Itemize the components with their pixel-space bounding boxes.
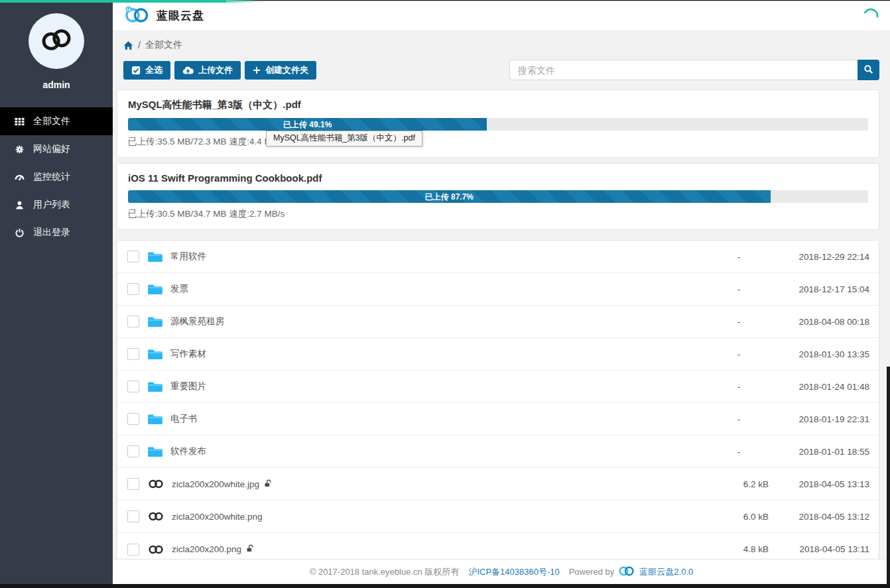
file-name[interactable]: zicla200x200white.jpg bbox=[172, 479, 273, 489]
copyright-text: © 2017-2018 tank.eyeblue.cn 版权所有 bbox=[310, 566, 460, 578]
select-all-button[interactable]: 全选 bbox=[123, 61, 170, 80]
home-icon[interactable] bbox=[123, 40, 133, 50]
row-checkbox[interactable] bbox=[127, 544, 139, 556]
upload-card: iOS 11 Swift Programming Cookbook.pdf 已上… bbox=[117, 163, 879, 230]
sidebar-item-label: 网站偏好 bbox=[33, 143, 70, 155]
folder-icon bbox=[147, 381, 163, 393]
cloud-upload-icon bbox=[182, 66, 194, 74]
plus-icon bbox=[253, 66, 261, 74]
search-input[interactable] bbox=[509, 60, 858, 80]
footer: © 2017-2018 tank.eyeblue.cn 版权所有 沪ICP备14… bbox=[113, 559, 890, 584]
gear-icon bbox=[14, 144, 25, 154]
file-name[interactable]: 重要图片 bbox=[170, 381, 206, 392]
breadcrumb-current: 全部文件 bbox=[145, 39, 182, 51]
file-row[interactable]: 写作素材 - 2018-01-30 13:35 bbox=[117, 338, 879, 371]
search-button[interactable] bbox=[858, 60, 879, 80]
file-date: 2018-01-19 22:31 bbox=[769, 414, 869, 424]
file-date: 2018-04-05 13:12 bbox=[769, 512, 869, 522]
file-row[interactable]: zicla200x200white.jpg 6.2 kB 2018-04-05 … bbox=[117, 468, 879, 500]
search-group bbox=[509, 60, 879, 80]
sidebar-item-全部文件[interactable]: 全部文件 bbox=[0, 107, 113, 135]
file-thumbnail-icon bbox=[147, 511, 164, 522]
progress-label: 已上传 49.1% bbox=[283, 119, 332, 131]
folder-icon bbox=[147, 413, 163, 426]
progress-fill: 已上传 49.1% bbox=[128, 118, 487, 131]
infinity-logo-icon bbox=[37, 27, 76, 56]
file-name[interactable]: 写作素材 bbox=[170, 348, 206, 360]
brand[interactable]: 蓝眼云盘 bbox=[123, 6, 204, 26]
file-size: - bbox=[709, 382, 769, 392]
create-folder-button[interactable]: 创建文件夹 bbox=[245, 61, 316, 80]
folder-icon bbox=[147, 445, 163, 458]
row-checkbox[interactable] bbox=[127, 510, 139, 522]
sidebar-item-退出登录[interactable]: 退出登录 bbox=[0, 219, 113, 247]
upload-filename: MySQL高性能书籍_第3版（中文）.pdf bbox=[128, 99, 868, 111]
user-icon bbox=[14, 200, 25, 210]
unlock-icon bbox=[264, 479, 273, 489]
breadcrumb: / 全部文件 bbox=[123, 39, 879, 51]
file-name[interactable]: 源枫景苑租房 bbox=[170, 316, 224, 327]
row-checkbox[interactable] bbox=[127, 316, 139, 327]
upload-detail: 已上传:30.5 MB/34.7 MB 速度:2.7 MB/s bbox=[128, 208, 868, 220]
row-checkbox[interactable] bbox=[127, 478, 139, 490]
file-date: 2018-12-17 15:04 bbox=[769, 284, 869, 294]
file-row[interactable]: zicla200x200white.png 6.0 kB 2018-04-05 … bbox=[117, 500, 879, 533]
icp-link[interactable]: 沪ICP备14038360号-10 bbox=[468, 566, 559, 578]
app-window: admin 全部文件 网站偏好 监控统计 用户列表 退出登录 bbox=[0, 0, 890, 588]
row-checkbox[interactable] bbox=[127, 283, 139, 295]
file-row[interactable]: 重要图片 - 2018-01-24 01:48 bbox=[117, 371, 879, 403]
file-name[interactable]: zicla200x200white.png bbox=[172, 512, 263, 522]
file-size: 4.8 kB bbox=[702, 544, 769, 554]
file-name[interactable]: zicla200x200.png bbox=[172, 544, 255, 554]
file-size: - bbox=[709, 447, 769, 457]
row-checkbox[interactable] bbox=[127, 348, 139, 360]
row-checkbox[interactable] bbox=[127, 413, 139, 425]
toolbar: 全选 上传文件 创建文件夹 bbox=[123, 60, 879, 80]
file-size: - bbox=[709, 252, 769, 262]
file-name[interactable]: 软件发布 bbox=[170, 445, 206, 457]
folder-icon bbox=[147, 316, 163, 328]
window-bottom-edge bbox=[0, 584, 890, 588]
power-icon bbox=[14, 227, 25, 238]
file-row[interactable]: 源枫景苑租房 - 2018-04-08 00:18 bbox=[117, 306, 879, 338]
upload-file-button[interactable]: 上传文件 bbox=[174, 61, 241, 80]
brand-logo-icon bbox=[123, 6, 150, 26]
page-loading-bar bbox=[0, 0, 226, 3]
file-size: - bbox=[709, 284, 769, 294]
row-checkbox[interactable] bbox=[127, 445, 139, 457]
version-link[interactable]: 蓝眼云盘2.0.0 bbox=[639, 566, 693, 578]
search-icon bbox=[863, 64, 873, 76]
file-name[interactable]: 电子书 bbox=[170, 413, 198, 425]
app-title: 蓝眼云盘 bbox=[157, 8, 204, 23]
sidebar-item-label: 监控统计 bbox=[33, 171, 70, 183]
sidebar-item-label: 退出登录 bbox=[33, 227, 70, 239]
sidebar-item-label: 用户列表 bbox=[33, 199, 70, 211]
grid-icon bbox=[14, 116, 25, 127]
file-name[interactable]: 发票 bbox=[170, 283, 188, 295]
file-row[interactable]: 软件发布 - 2018-01-01 18:55 bbox=[117, 436, 879, 468]
window-right-edge bbox=[887, 367, 890, 588]
file-date: 2018-01-30 13:35 bbox=[769, 349, 869, 359]
file-row[interactable]: 发票 - 2018-12-17 15:04 bbox=[117, 273, 879, 306]
file-date: 2018-04-08 00:18 bbox=[769, 317, 869, 327]
file-row[interactable]: 常用软件 - 2018-12-29 22:14 bbox=[117, 241, 879, 273]
file-row[interactable]: 电子书 - 2018-01-19 22:31 bbox=[117, 403, 879, 436]
sidebar-item-网站偏好[interactable]: 网站偏好 bbox=[0, 135, 113, 163]
check-square-icon bbox=[131, 66, 141, 75]
file-size: - bbox=[709, 317, 769, 327]
file-size: - bbox=[709, 349, 769, 359]
username: admin bbox=[0, 80, 113, 90]
footer-logo-icon bbox=[617, 565, 636, 579]
upload-filename: iOS 11 Swift Programming Cookbook.pdf bbox=[128, 172, 868, 184]
avatar[interactable] bbox=[29, 13, 84, 69]
file-date: 2018-04-05 13:13 bbox=[769, 479, 869, 489]
sidebar-item-用户列表[interactable]: 用户列表 bbox=[0, 191, 113, 219]
folder-icon bbox=[147, 251, 163, 263]
sidebar-item-监控统计[interactable]: 监控统计 bbox=[0, 163, 113, 191]
row-checkbox[interactable] bbox=[127, 381, 139, 392]
breadcrumb-separator: / bbox=[138, 40, 141, 50]
row-checkbox[interactable] bbox=[127, 251, 139, 263]
file-row[interactable]: zicla200x200.png 4.8 kB 2018-04-05 13:11 bbox=[117, 533, 879, 559]
folder-icon bbox=[147, 348, 163, 361]
file-name[interactable]: 常用软件 bbox=[170, 251, 206, 263]
